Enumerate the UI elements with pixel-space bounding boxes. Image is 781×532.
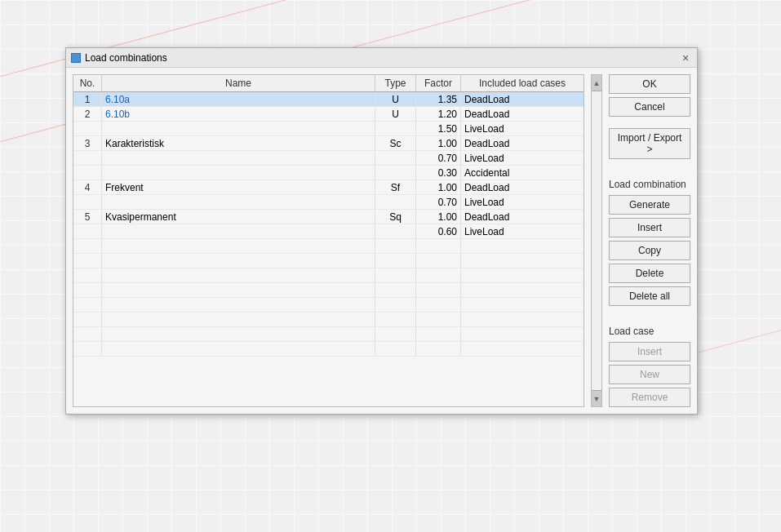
table-header: No. Name Type Factor Included load cases [73,75,584,92]
table-row[interactable] [73,239,584,254]
cell-no: 5 [73,210,102,224]
dialog-title: Load combinations [85,52,167,64]
table-row[interactable] [73,254,584,268]
table-row[interactable]: 5 Kvasipermanent Sq 1.00 DeadLoad [73,210,584,224]
table-row[interactable]: 1.50 LiveLoad [73,122,584,136]
cell-no [73,283,102,297]
dialog-title-left: Load combinations [71,52,167,64]
cancel-button[interactable]: Cancel [609,97,690,117]
cell-factor [416,268,461,282]
col-header-type: Type [375,75,416,91]
cell-no: 1 [73,92,102,106]
dialog-title-bar: Load combinations × [66,48,697,68]
cell-type: Sc [375,136,416,150]
table-row[interactable] [73,268,584,283]
cell-load-case [461,342,584,356]
cell-type [375,122,416,135]
delete-all-button[interactable]: Delete all [609,286,690,306]
load-combination-label: Load combination [609,177,690,192]
table-row[interactable]: 0.60 LiveLoad [73,224,584,239]
cell-type: U [375,107,416,121]
table-row[interactable] [73,327,584,342]
table-row[interactable] [73,283,584,298]
cell-no [73,151,102,165]
table-row[interactable]: 3 Karakteristisk Sc 1.00 DeadLoad [73,136,584,151]
cell-factor: 0.60 [416,224,461,238]
cell-no: 2 [73,107,102,121]
cell-load-case: DeadLoad [461,92,584,106]
cell-factor: 0.70 [416,151,461,165]
load-combinations-dialog: Load combinations × No. Name Type Factor… [65,47,698,415]
cell-name [102,254,375,268]
cell-name [102,268,375,282]
close-button[interactable]: × [679,51,692,64]
cell-factor: 0.30 [416,166,461,180]
cell-type [375,298,416,312]
table-row[interactable] [73,298,584,313]
cell-type [375,283,416,297]
copy-button[interactable]: Copy [609,241,690,260]
cell-factor [416,298,461,312]
table-row[interactable] [73,313,584,327]
cell-no [73,239,102,253]
cell-load-case [461,268,584,282]
generate-button[interactable]: Generate [609,195,690,215]
ok-button[interactable]: OK [609,74,690,94]
cell-load-case: LiveLoad [461,224,584,238]
table-row[interactable]: 0.70 LiveLoad [73,151,584,166]
table-row[interactable]: 1 6.10a U 1.35 DeadLoad [73,92,584,107]
cell-type [375,254,416,268]
cell-load-case [461,327,584,341]
cell-type [375,224,416,238]
insert-combo-button[interactable]: Insert [609,218,690,237]
insert-case-button[interactable]: Insert [609,342,690,361]
cell-load-case: LiveLoad [461,195,584,209]
cell-factor: 1.00 [416,210,461,224]
cell-name [102,313,375,326]
cell-load-case: Accidental [461,166,584,180]
load-case-label: Load case [609,324,690,339]
scroll-up[interactable]: ▲ [592,75,601,91]
table-container: No. Name Type Factor Included load cases… [73,74,584,407]
cell-type [375,342,416,356]
cell-type [375,239,416,253]
cell-factor [416,254,461,268]
table-row[interactable]: 4 Frekvent Sf 1.00 DeadLoad [73,180,584,195]
cell-load-case: LiveLoad [461,151,584,165]
new-case-button[interactable]: New [609,365,690,384]
cell-factor: 1.00 [416,136,461,150]
cell-name [102,239,375,253]
cell-factor [416,239,461,253]
cell-type [375,166,416,180]
scrollbar[interactable]: ▲ ▼ [591,74,602,407]
cell-factor [416,283,461,297]
table-row[interactable]: 2 6.10b U 1.20 DeadLoad [73,107,584,122]
cell-type [375,313,416,326]
col-header-factor: Factor [416,75,461,91]
cell-no [73,166,102,180]
col-header-no: No. [73,75,102,91]
cell-name [102,283,375,297]
cell-type: Sf [375,180,416,194]
cell-load-case [461,254,584,268]
cell-no [73,224,102,238]
cell-load-case [461,298,584,312]
cell-factor [416,327,461,341]
cell-load-case: DeadLoad [461,107,584,121]
cell-load-case [461,239,584,253]
table-row[interactable]: 0.30 Accidental [73,166,584,180]
table-row[interactable]: 0.70 LiveLoad [73,195,584,210]
col-header-load-cases: Included load cases [461,75,584,91]
table-row[interactable] [73,342,584,357]
cell-factor [416,313,461,326]
scroll-down[interactable]: ▼ [592,390,601,406]
dialog-icon [71,53,81,63]
cell-type [375,151,416,165]
cell-factor [416,342,461,356]
cell-factor: 1.50 [416,122,461,135]
cell-no [73,327,102,341]
import-export-button[interactable]: Import / Export > [609,128,690,159]
cell-no [73,313,102,326]
remove-case-button[interactable]: Remove [609,388,690,407]
delete-button[interactable]: Delete [609,264,690,283]
